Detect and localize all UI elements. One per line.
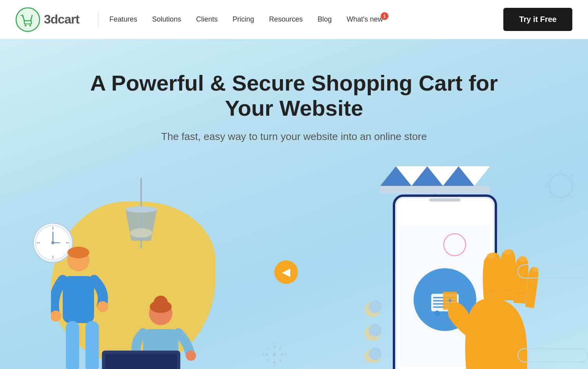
svg-rect-67: [429, 198, 461, 202]
svg-point-24: [51, 311, 61, 322]
svg-point-4: [29, 24, 31, 26]
svg-point-1: [17, 9, 39, 31]
svg-point-82: [265, 353, 268, 356]
nav-whats-new[interactable]: What's new: [347, 15, 383, 24]
svg-line-43: [570, 174, 572, 176]
nav-links: Features Solutions Clients Pricing Resou…: [109, 15, 492, 24]
svg-line-41: [549, 174, 551, 176]
logo-text: 3dcart: [44, 12, 79, 27]
svg-rect-33: [105, 354, 177, 369]
lamp-icon: [114, 178, 169, 272]
svg-point-88: [268, 359, 270, 361]
svg-line-42: [570, 196, 572, 198]
svg-point-3: [25, 24, 26, 26]
svg-point-80: [273, 353, 276, 356]
svg-rect-45: [380, 186, 490, 194]
svg-point-75: [369, 300, 381, 313]
svg-point-14: [51, 241, 54, 244]
right-scene: +: [282, 166, 588, 369]
hero-subtitle: The fast, easy way to turn your website …: [161, 131, 427, 143]
svg-point-79: [369, 347, 381, 360]
deco-burst-bottom: [259, 339, 290, 369]
try-free-button[interactable]: Try it Free: [503, 8, 572, 31]
svg-line-44: [549, 196, 551, 198]
svg-point-81: [281, 353, 283, 356]
svg-rect-22: [66, 321, 79, 369]
hero-title: A Powerful & Secure Shopping Cart for Yo…: [78, 71, 510, 121]
svg-point-90: [263, 354, 264, 355]
svg-point-18: [130, 228, 152, 238]
crescent-decorations: [361, 300, 384, 362]
svg-point-83: [273, 361, 276, 364]
deco-pill-2: [517, 348, 588, 362]
illustration-area: ◀: [0, 158, 588, 369]
notification-badge: 1: [381, 12, 388, 20]
svg-point-85: [279, 359, 281, 361]
nav-solutions[interactable]: Solutions: [152, 15, 181, 24]
svg-point-84: [273, 345, 276, 348]
svg-point-71: [504, 249, 512, 255]
nav-clients[interactable]: Clients: [196, 15, 218, 24]
navbar: 3dcart Features Solutions Clients Pricin…: [0, 0, 588, 39]
svg-point-20: [67, 247, 89, 258]
deco-sunburst: [545, 170, 576, 202]
hero-section: A Powerful & Secure Shopping Cart for Yo…: [0, 39, 588, 369]
logo[interactable]: 3dcart: [16, 7, 79, 32]
svg-point-70: [487, 253, 495, 258]
svg-point-36: [549, 174, 572, 198]
nav-divider: [98, 12, 98, 27]
svg-point-25: [97, 301, 108, 312]
svg-point-77: [369, 324, 381, 336]
svg-point-28: [150, 300, 172, 313]
svg-point-86: [268, 347, 270, 349]
nav-resources[interactable]: Resources: [269, 15, 303, 24]
svg-rect-21: [63, 276, 94, 323]
nav-pricing[interactable]: Pricing: [232, 15, 254, 24]
svg-point-92: [274, 343, 275, 344]
svg-point-91: [274, 365, 275, 366]
nav-blog[interactable]: Blog: [318, 15, 332, 24]
laptop-icon: [90, 351, 192, 369]
svg-point-17: [125, 206, 157, 213]
deco-pill-1: [517, 264, 588, 278]
logo-icon: [16, 7, 40, 32]
svg-point-72: [519, 256, 527, 262]
svg-point-87: [279, 347, 281, 349]
nav-features[interactable]: Features: [109, 15, 137, 24]
nav-whats-new-wrapper[interactable]: What's new 1: [347, 15, 383, 24]
svg-point-89: [285, 354, 286, 355]
left-scene: [0, 178, 274, 369]
